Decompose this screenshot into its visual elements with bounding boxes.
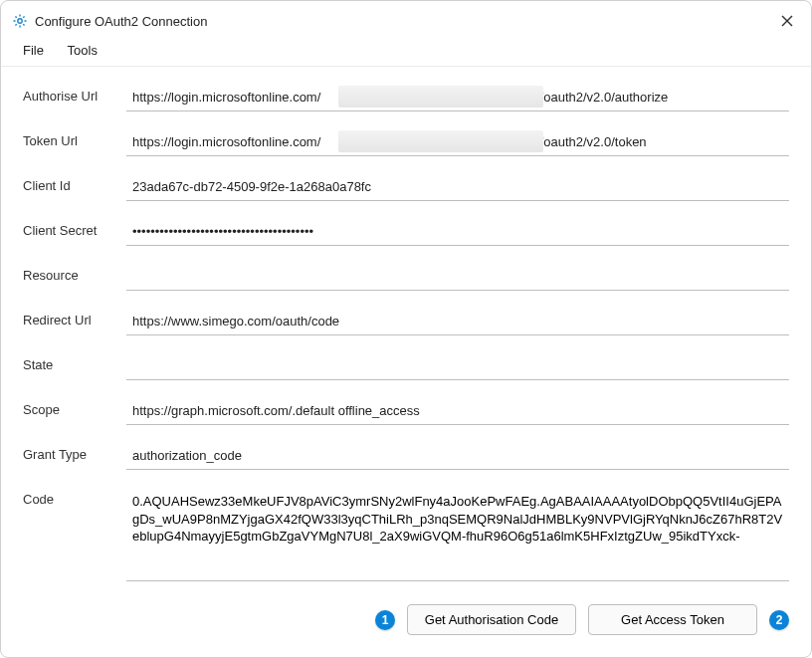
label-client-id: Client Id: [23, 174, 126, 193]
scope-input[interactable]: [126, 398, 789, 425]
authorise-url-input[interactable]: [126, 85, 789, 111]
menu-tools[interactable]: Tools: [58, 41, 107, 60]
grant-type-input[interactable]: [126, 443, 789, 470]
resource-input[interactable]: [126, 264, 789, 291]
svg-point-0: [18, 19, 22, 23]
label-state: State: [23, 353, 126, 372]
client-secret-input[interactable]: [126, 219, 789, 246]
menu-file[interactable]: File: [13, 41, 54, 60]
gear-icon: [11, 12, 29, 30]
button-bar: 1 Get Authorisation Code Get Access Toke…: [375, 604, 789, 635]
label-grant-type: Grant Type: [23, 443, 126, 462]
step-badge-1: 1: [375, 610, 395, 630]
label-resource: Resource: [23, 264, 126, 283]
get-authorisation-code-button[interactable]: Get Authorisation Code: [407, 604, 576, 635]
step-badge-2: 2: [769, 610, 789, 630]
label-scope: Scope: [23, 398, 126, 417]
close-icon: [781, 15, 793, 27]
token-url-input[interactable]: [126, 129, 789, 156]
state-input[interactable]: [126, 353, 789, 380]
redirect-url-input[interactable]: [126, 309, 789, 335]
close-button[interactable]: [773, 9, 801, 33]
get-access-token-button[interactable]: Get Access Token: [588, 604, 757, 635]
label-token-url: Token Url: [23, 129, 126, 148]
titlebar: Configure OAuth2 Connection: [1, 1, 811, 39]
label-redirect-url: Redirect Url: [23, 309, 126, 328]
menubar: File Tools: [1, 39, 811, 67]
client-id-input[interactable]: [126, 174, 789, 201]
label-code: Code: [23, 488, 126, 507]
label-client-secret: Client Secret: [23, 219, 126, 238]
label-authorise-url: Authorise Url: [23, 85, 126, 104]
oauth2-config-window: Configure OAuth2 Connection File Tools A…: [0, 0, 812, 658]
form-area: Authorise Url Token Url Client Id Client…: [1, 67, 811, 657]
window-title: Configure OAuth2 Connection: [35, 14, 773, 29]
code-textarea[interactable]: [126, 488, 789, 581]
